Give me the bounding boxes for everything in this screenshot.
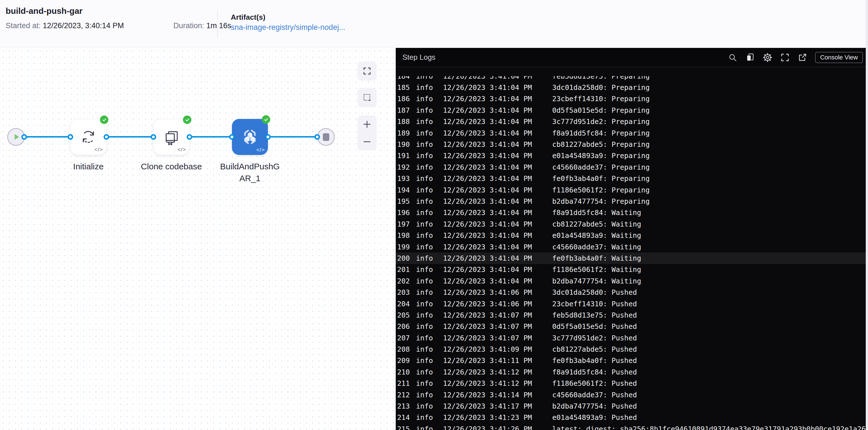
log-row: 200info12/26/2023 3:41:04 PMfe0fb3ab4a0f… [396,253,868,264]
select-mode-button[interactable] [358,88,377,107]
log-row: 192info12/26/2023 3:41:04 PMc45660adde37… [396,162,868,173]
log-line-number: 212 [397,391,416,399]
log-line-number: 202 [397,277,416,285]
scrollbar[interactable] [866,0,868,430]
log-timestamp: 12/26/2023 3:41:23 PM [443,413,552,422]
log-level: info [416,391,443,399]
log-line-number: 210 [397,368,416,376]
log-row: 187info12/26/2023 3:41:04 PM0d5f5a015e5d… [396,105,868,116]
log-row: 205info12/26/2023 3:41:07 PMfeb5d8d13e75… [396,309,868,321]
log-row: 215info12/26/2023 3:41:26 PMlatest: dige… [396,423,868,430]
port [314,134,320,140]
log-row: 194info12/26/2023 3:41:04 PMf1186e5061f2… [396,184,868,196]
port [67,134,73,140]
log-line-number: 185 [397,83,416,92]
open-in-new-icon[interactable] [798,53,807,62]
started-at: Started at: 12/26/2023, 3:40:14 PM [6,21,124,30]
log-row: 193info12/26/2023 3:41:04 PMfe0fb3ab4a0f… [396,173,868,184]
log-level: info [416,83,443,92]
duration-label: Duration: [174,21,204,30]
zoom-in-button[interactable] [358,116,377,133]
log-row: 203info12/26/2023 3:41:06 PM3dc01da258d0… [396,287,868,298]
log-level: info [416,152,443,160]
log-timestamp: 12/26/2023 3:41:04 PM [443,95,552,103]
log-timestamp: 12/26/2023 3:41:07 PM [443,311,552,319]
zoom-out-button[interactable] [358,133,377,150]
log-level: info [416,129,443,137]
log-line-number: 209 [397,356,416,365]
clone-codebase-icon [163,129,180,145]
log-line-number: 203 [397,288,416,296]
log-level: info [416,311,443,319]
copy-icon[interactable] [745,53,755,62]
port [187,134,192,140]
log-message: latest: digest: sha256:8b1fce94610891d93… [552,425,868,430]
log-row: 184info12/26/2023 3:41:04 PMfeb5d8d13e75… [396,76,868,82]
log-level: info [416,300,443,308]
log-message: f8a91dd5fc84: Pushed [552,368,868,376]
log-scroll-area[interactable]: 184info12/26/2023 3:41:04 PMfeb5d8d13e75… [396,76,868,430]
execution-header: build-and-push-gar Started at: 12/26/202… [0,0,868,48]
log-timestamp: 12/26/2023 3:41:04 PM [443,277,552,285]
log-message: fe0fb3ab4a0f: Pushed [552,356,868,365]
search-icon[interactable] [728,53,737,62]
step-label-line1: BuildAndPushG [220,162,280,171]
log-line-number: 211 [397,379,416,388]
log-level: info [416,345,443,353]
log-timestamp: 12/26/2023 3:41:04 PM [443,152,552,160]
expand-canvas-button[interactable] [358,61,377,81]
log-level: info [416,220,443,228]
console-view-button[interactable]: Console View [815,52,863,63]
settings-icon[interactable] [763,53,772,62]
log-message: 23cbeff14310: Pushed [552,300,868,308]
log-row: 208info12/26/2023 3:41:09 PMcb81227abde5… [396,343,868,355]
log-line-number: 189 [397,129,416,137]
log-message: 3c777d951de2: Preparing [552,117,868,126]
code-glyph: </> [178,146,186,153]
log-timestamp: 12/26/2023 3:41:04 PM [443,117,552,126]
log-line-number: 215 [397,425,416,430]
log-line-number: 205 [397,311,416,319]
log-row: 202info12/26/2023 3:41:04 PMb2dba7477754… [396,275,868,287]
log-line-number: 214 [397,413,416,422]
step-node-build-and-push-gar[interactable]: </> [232,119,268,155]
pipeline-canvas[interactable]: </> </> [0,48,396,430]
log-timestamp: 12/26/2023 3:41:04 PM [443,106,552,114]
log-timestamp: 12/26/2023 3:41:04 PM [443,174,552,182]
log-timestamp: 12/26/2023 3:41:17 PM [443,402,552,410]
fullscreen-icon[interactable] [780,53,790,62]
log-line-number: 201 [397,265,416,274]
fullscreen-icon [363,67,371,75]
artifact-registry-icon [241,127,259,146]
artifact-link[interactable]: sna-image-registry/simple-nodej... [231,23,345,32]
log-timestamp: 12/26/2023 3:41:11 PM [443,356,552,365]
step-node-initialize[interactable]: </> [70,119,106,155]
log-level: info [416,413,443,422]
log-timestamp: 12/26/2023 3:41:04 PM [443,76,552,80]
log-row: 206info12/26/2023 3:41:07 PM0d5f5a015e5d… [396,321,868,332]
log-timestamp: 12/26/2023 3:41:04 PM [443,140,552,148]
sync-icon [81,129,96,145]
log-row: 212info12/26/2023 3:41:14 PMc45660adde37… [396,389,868,400]
step-node-clone-codebase[interactable]: </> [153,119,189,155]
log-level: info [416,140,443,148]
log-message: b2dba7477754: Waiting [552,277,868,285]
log-message: 3dc01da258d0: Preparing [552,83,868,92]
log-level: info [416,174,443,182]
log-timestamp: 12/26/2023 3:41:14 PM [443,391,552,399]
log-message: e01a454893a9: Waiting [552,231,868,239]
log-message: b2dba7477754: Preparing [552,197,868,205]
log-line-number: 213 [397,402,416,410]
pipeline-execution-page: build-and-push-gar Started at: 12/26/202… [0,0,868,430]
log-line-number: 186 [397,95,416,103]
log-timestamp: 12/26/2023 3:41:04 PM [443,163,552,171]
log-timestamp: 12/26/2023 3:41:04 PM [443,197,552,205]
log-message: 3c777d951de2: Pushed [552,334,868,342]
log-row: 201info12/26/2023 3:41:04 PMf1186e5061f2… [396,264,868,275]
log-level: info [416,402,443,410]
log-row: 195info12/26/2023 3:41:04 PMb2dba7477754… [396,196,868,207]
log-message: c45660adde37: Waiting [552,243,868,251]
step-label-clone-codebase: Clone codebase [135,161,208,172]
step-label-initialize: Initialize [52,161,125,172]
log-line-number: 195 [397,197,416,205]
